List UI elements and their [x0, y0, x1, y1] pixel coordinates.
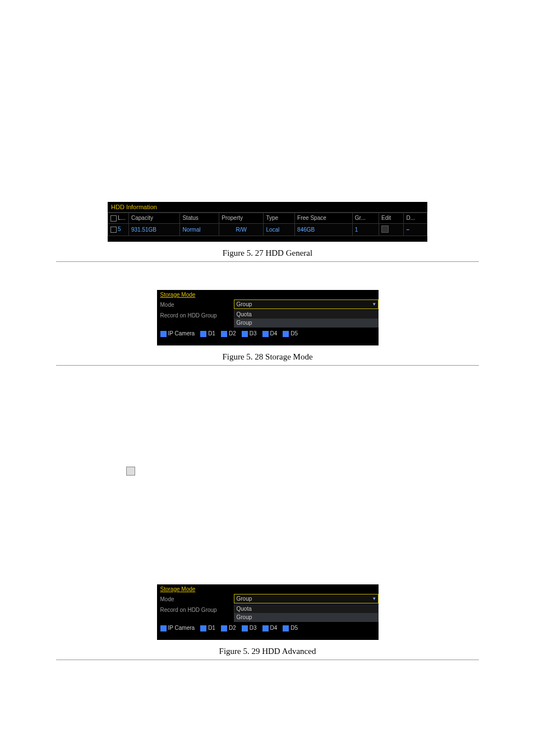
camera-row: IP Camera D1 D2 D3 D4 D5	[157, 328, 379, 340]
record-group-label: Record on HDD Group	[157, 605, 234, 622]
storage-mode-panel: Storage Mode Mode Group ▾ Record on HDD …	[157, 290, 379, 345]
mode-label: Mode	[157, 594, 234, 605]
checkbox-icon[interactable]	[262, 625, 269, 631]
record-group-label: Record on HDD Group	[157, 310, 234, 328]
edit-icon	[126, 467, 135, 476]
checkbox-icon[interactable]	[242, 331, 248, 337]
checkbox-icon[interactable]	[110, 227, 117, 233]
panel-title: Storage Mode	[157, 584, 379, 594]
mode-select[interactable]: Group ▾	[234, 299, 379, 309]
chevron-down-icon: ▾	[373, 596, 376, 601]
mode-label: Mode	[157, 299, 234, 310]
panel-title: Storage Mode	[157, 290, 379, 299]
checkbox-icon[interactable]	[200, 625, 206, 631]
mode-select[interactable]: Group ▾	[234, 594, 379, 603]
checkbox-icon[interactable]	[283, 625, 289, 631]
dropdown-option[interactable]: Quota	[234, 310, 378, 319]
divider	[56, 365, 479, 366]
checkbox-icon[interactable]	[262, 331, 269, 337]
table-header-row: L... Capacity Status Property Type Free …	[108, 213, 427, 224]
chevron-down-icon: ▾	[373, 301, 376, 307]
camera-row: IP Camera D1 D2 D3 D4 D5	[157, 622, 379, 634]
checkbox-icon[interactable]	[160, 625, 167, 631]
divider	[56, 660, 479, 660]
checkbox-icon[interactable]	[283, 331, 289, 337]
checkbox-icon[interactable]	[221, 625, 227, 631]
storage-mode-panel: Storage Mode Mode Group ▾ Record on HDD …	[157, 584, 379, 640]
delete-icon[interactable]: –	[406, 227, 409, 233]
dropdown-option[interactable]: Group	[234, 319, 378, 327]
edit-icon[interactable]	[381, 225, 389, 233]
divider	[56, 261, 479, 262]
mode-dropdown-list[interactable]: Quota Group	[234, 310, 379, 328]
checkbox-icon[interactable]	[221, 331, 227, 337]
checkbox-icon[interactable]	[200, 331, 206, 337]
dropdown-option[interactable]: Group	[234, 613, 378, 621]
checkbox-icon[interactable]	[242, 625, 248, 631]
dropdown-option[interactable]: Quota	[234, 605, 378, 613]
checkbox-icon[interactable]	[110, 215, 117, 222]
hdd-table: L... Capacity Status Property Type Free …	[108, 213, 427, 236]
figure-caption: Figure 5. 27 HDD General	[56, 248, 479, 258]
table-row[interactable]: 5 931.51GB Normal R/W Local 846GB 1 –	[108, 223, 427, 236]
mode-dropdown-list[interactable]: Quota Group	[234, 605, 379, 622]
checkbox-icon[interactable]	[160, 331, 167, 337]
hdd-information-panel: HDD Information L... Capacity Status Pro…	[108, 202, 427, 242]
figure-caption: Figure 5. 28 Storage Mode	[56, 352, 479, 362]
panel-title: HDD Information	[108, 202, 427, 213]
figure-caption: Figure 5. 29 HDD Advanced	[56, 647, 479, 656]
